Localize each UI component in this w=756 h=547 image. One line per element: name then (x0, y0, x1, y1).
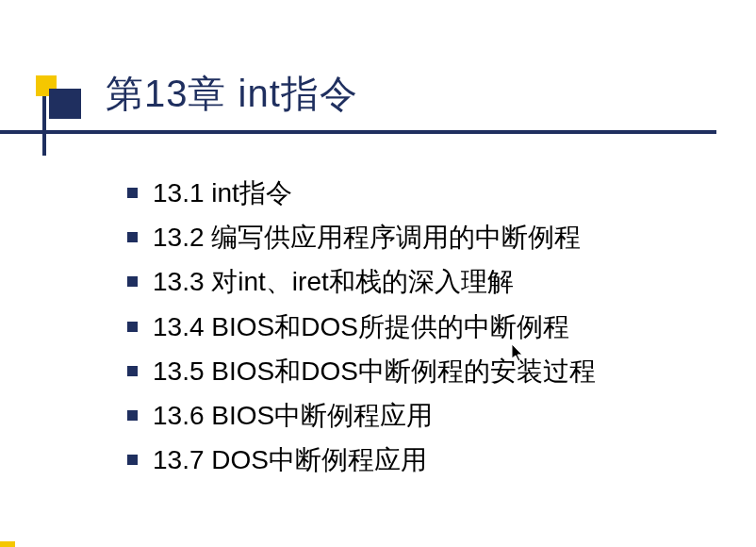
bullet-icon (127, 322, 138, 332)
bullet-icon (127, 455, 138, 465)
bullet-icon (127, 232, 138, 242)
bullet-icon (127, 366, 138, 376)
list-item-text: 13.3 对int、iret和栈的深入理解 (153, 263, 514, 300)
list-item-text: 13.5 BIOS和DOS中断例程的安装过程 (153, 353, 596, 390)
list-item: 13.6 BIOS中断例程应用 (127, 397, 756, 434)
list-item: 13.3 对int、iret和栈的深入理解 (127, 263, 756, 300)
title-underline (0, 130, 716, 134)
bullet-icon (127, 410, 138, 421)
slide-header: 第13章 int指令 (0, 0, 756, 120)
list-item: 13.7 DOS中断例程应用 (127, 441, 756, 478)
navy-rect-accent (49, 89, 81, 119)
list-item: 13.2 编写供应用程序调用的中断例程 (127, 219, 756, 256)
list-item-text: 13.6 BIOS中断例程应用 (153, 397, 433, 434)
list-item: 13.5 BIOS和DOS中断例程的安装过程 (127, 353, 756, 390)
list-item-text: 13.7 DOS中断例程应用 (153, 441, 427, 478)
list-item-text: 13.2 编写供应用程序调用的中断例程 (153, 219, 581, 256)
list-item-text: 13.4 BIOS和DOS所提供的中断例程 (153, 308, 569, 345)
list-item: 13.1 int指令 (127, 174, 756, 211)
bottom-accent (0, 541, 15, 547)
bullet-icon (127, 276, 138, 287)
list-item: 13.4 BIOS和DOS所提供的中断例程 (127, 308, 756, 345)
bullet-icon (127, 188, 138, 198)
slide-title: 第13章 int指令 (106, 68, 756, 120)
slide-content: 13.1 int指令 13.2 编写供应用程序调用的中断例程 13.3 对int… (0, 174, 756, 478)
list-item-text: 13.1 int指令 (153, 174, 292, 211)
